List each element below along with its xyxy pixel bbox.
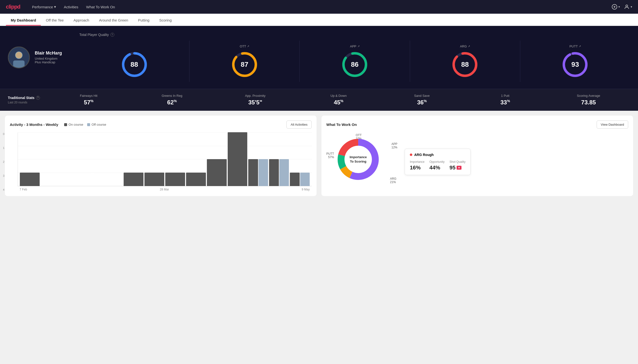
player-info: Blair McHarg United Kingdom Plus Handica… [8,46,72,68]
stat-fairways-hit: Fairways Hit 57% [47,94,130,106]
circle-app: APP ↗ 86 [300,40,410,82]
bar-group [269,159,289,186]
info-card-title: ARG Rough [410,153,465,157]
bar-group [20,172,40,186]
tab-scoring[interactable]: Scoring [154,14,176,26]
metric-shot-quality: Shot Quality 95 ▼ [450,160,465,171]
bottom-panels: Activity - 3 Months - Weekly On course O… [0,111,638,201]
bar-group [165,172,185,186]
stat-scoring-avg: Scoring Average 73.85 [547,94,630,106]
app-label: APP 12% [391,142,397,149]
putt-label: PUTT 57% [326,152,334,159]
tpq-label: Total Player Quality ? [79,33,630,37]
svg-point-3 [626,5,628,7]
bar-on-course [186,172,206,186]
tab-around-the-green[interactable]: Around the Green [94,14,133,26]
chart-wrapper: 4 3 2 1 0 7 Feb 28 Mar 9 May [10,132,312,191]
activity-panel: Activity - 3 Months - Weekly On course O… [5,116,317,196]
bar-on-course [228,132,248,186]
tpq-info-icon[interactable]: ? [110,33,114,37]
circle-arg: ARG ↗ 88 [410,40,520,82]
bar-group [207,159,227,186]
user-menu[interactable]: ▾ [624,4,632,10]
svg-rect-6 [13,60,25,68]
hero-section: Blair McHarg United Kingdom Plus Handica… [0,26,638,89]
nav-what-to-work-on[interactable]: What To Work On [86,5,115,9]
legend-off-course-dot [87,123,90,126]
donut-with-labels: OTT 10% APP 12% ARG 21% PUTT 57% [326,132,400,191]
bar-off-course [259,159,268,186]
all-activities-button[interactable]: All Activities [286,120,312,128]
player-name: Blair McHarg [35,50,62,56]
player-country: United Kingdom [35,57,62,60]
bar-on-course [165,172,185,186]
activity-legend: On course Off course [64,123,106,126]
x-axis-labels: 7 Feb 28 Mar 9 May [18,186,312,191]
circle-putt: PUTT ↗ 93 [520,40,630,82]
bar-group [248,159,268,186]
stats-info-icon[interactable]: ? [36,96,40,100]
nav-performance[interactable]: Performance ▾ [32,5,56,9]
circle-ott: OTT ↗ 87 [189,40,300,82]
bar-on-course [124,172,143,186]
tab-putting[interactable]: Putting [133,14,154,26]
view-dashboard-button[interactable]: View Dashboard [597,120,628,128]
tab-bar: My Dashboard Off the Tee Approach Around… [0,14,638,26]
activity-panel-header: Activity - 3 Months - Weekly On course O… [10,120,312,128]
activity-chart-title: Activity - 3 Months - Weekly [10,122,58,127]
wtwo-panel-header: What To Work On View Dashboard [326,120,628,128]
svg-point-7 [16,52,22,58]
tpq-section: Total Player Quality ? 88 [79,33,630,82]
wtwo-title: What To Work On [326,122,357,127]
info-card: ARG Rough Importance 16% Opportunity 44%… [405,149,471,175]
stat-sand-save: Sand Save 36% [380,94,464,106]
tab-approach[interactable]: Approach [69,14,94,26]
bars-container [18,132,312,186]
ring-value-overall: 88 [130,61,138,68]
bar-group [186,172,206,186]
tab-off-the-tee[interactable]: Off the Tee [41,14,69,26]
bar-group [62,186,81,186]
bar-on-course [248,159,258,186]
stats-label-group: Traditional Stats ? Last 20 rounds [8,96,47,104]
arg-label: ARG 21% [390,177,396,184]
avatar [8,46,30,68]
add-button[interactable]: ▾ [611,4,620,10]
stat-app-proximity: App. Proximity 35'5" [214,94,297,106]
info-metrics: Importance 16% Opportunity 44% Shot Qual… [410,160,465,171]
ring-app: 86 [341,51,368,78]
stat-one-putt: 1 Putt 33% [464,94,547,106]
logo[interactable]: clippd [6,4,20,10]
donut-panel: OTT 10% APP 12% ARG 21% PUTT 57% [326,132,628,191]
donut-center-label: Importance To Scoring [350,155,367,164]
ring-value-putt: 93 [571,61,579,68]
legend-off-course: Off course [87,123,106,126]
bar-on-course [290,172,299,186]
nav-links: Performance ▾ Activities What To Work On [32,5,115,9]
bar-group [124,172,143,186]
bar-off-course [300,172,310,186]
bar-group [82,186,102,186]
bar-group [103,186,123,186]
bar-group [144,172,164,186]
bar-group [290,172,310,186]
what-to-work-on-panel: What To Work On View Dashboard OTT 10% A… [321,116,633,196]
player-handicap: Plus Handicap [35,60,62,64]
ring-ott: 87 [231,51,258,78]
tab-my-dashboard[interactable]: My Dashboard [6,14,41,26]
bar-off-course [279,159,289,186]
top-nav: clippd Performance ▾ Activities What To … [0,0,638,14]
bar-on-course [144,172,164,186]
stat-up-down: Up & Down 45% [297,94,380,106]
bar-on-course [269,159,279,186]
y-axis-labels: 4 3 2 1 0 [3,132,5,191]
legend-on-course-dot [64,123,67,126]
bar-on-course [207,159,227,186]
shot-quality-flag: ▼ [457,166,462,170]
bar-on-course [20,172,40,186]
stats-row: Traditional Stats ? Last 20 rounds Fairw… [0,89,638,111]
nav-activities[interactable]: Activities [64,5,78,9]
ring-arg: 88 [452,51,478,78]
ring-overall: 88 [121,51,148,78]
stat-greens-in-reg: Greens In Reg 62% [130,94,214,106]
